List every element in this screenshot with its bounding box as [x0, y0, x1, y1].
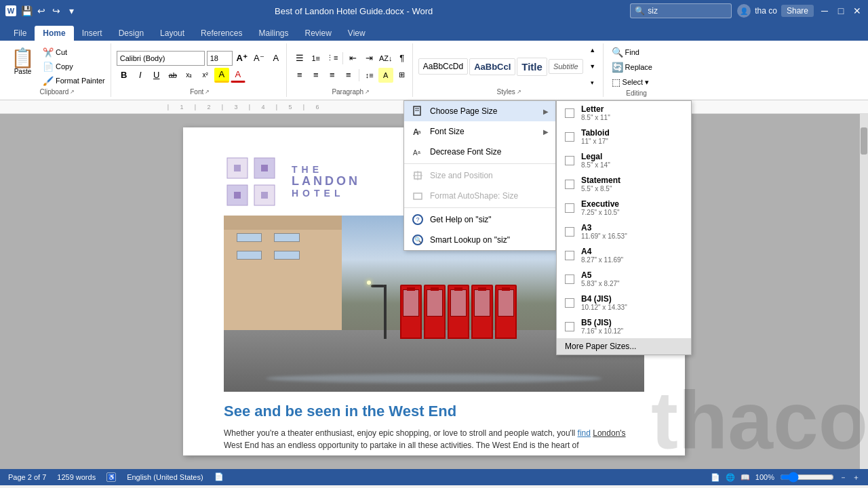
accessibility-icon[interactable]: ♿	[106, 472, 116, 482]
style-heading1[interactable]: AaBbCcI	[469, 58, 515, 75]
tab-mailings[interactable]: Mailings	[250, 26, 296, 41]
tab-review[interactable]: Review	[296, 26, 339, 41]
tab-references[interactable]: References	[193, 26, 250, 41]
strikethrough-button[interactable]: ab	[165, 68, 180, 83]
font-size-select[interactable]	[207, 51, 233, 66]
minimize-button[interactable]: ─	[819, 5, 830, 16]
page-size-a4[interactable]: A4 8.27" x 11.69"	[557, 243, 691, 267]
cut-button[interactable]: ✂️ Cut	[40, 46, 108, 59]
zoom-in-icon[interactable]: ＋	[852, 472, 860, 483]
highlight-button[interactable]: A	[214, 68, 229, 83]
align-left-button[interactable]: ≡	[292, 68, 307, 83]
redo-button[interactable]: ↪	[50, 5, 62, 17]
phone-box-4	[471, 285, 493, 339]
page-size-b5jis[interactable]: B5 (JIS) 7.16" x 10.12"	[557, 314, 691, 338]
page-size-tabloid[interactable]: Tabloid 11" x 17"	[557, 125, 691, 148]
sort-button[interactable]: AZ↓	[378, 51, 393, 66]
style-title[interactable]: Title	[517, 58, 547, 76]
borders-button[interactable]: ⊞	[395, 68, 410, 83]
menu-item-choose-page-size[interactable]: Choose Page Size ▶	[404, 101, 555, 121]
page-size-a3[interactable]: A3 11.69" x 16.53"	[557, 220, 691, 243]
page-sizes-menu: Letter 8.5" x 11" Tabloid 11" x 17" Lega…	[556, 100, 692, 355]
copy-button[interactable]: 📄 Copy	[40, 60, 108, 73]
tab-design[interactable]: Design	[111, 26, 152, 41]
increase-indent-button[interactable]: ⇥	[362, 51, 377, 66]
page-size-a5[interactable]: A5 5.83" x 8.27"	[557, 267, 691, 291]
menu-item-smart-lookup[interactable]: 🔍 Smart Lookup on "siz"	[404, 230, 555, 250]
menu-item-decrease-font-size[interactable]: Aa Decrease Font Size	[404, 142, 555, 162]
a4-name: A4	[581, 247, 623, 256]
phone-box-5	[495, 285, 517, 339]
font-name-select[interactable]	[117, 51, 205, 66]
more-paper-sizes-button[interactable]: More Paper Sizes...	[557, 338, 691, 354]
page-size-letter[interactable]: Letter 8.5" x 11"	[557, 101, 691, 125]
grow-font-button[interactable]: A⁺	[235, 51, 250, 66]
line-spacing-button[interactable]: ↕≡	[362, 68, 377, 83]
subscript-button[interactable]: x₂	[182, 68, 197, 83]
find-button[interactable]: 🔍 Find	[609, 46, 665, 58]
show-marks-button[interactable]: ¶	[395, 51, 410, 66]
replace-button[interactable]: 🔄 Replace	[609, 61, 665, 73]
close-button[interactable]: ✕	[852, 5, 863, 16]
style-subtitle[interactable]: Subtitle	[549, 59, 583, 74]
shrink-font-button[interactable]: A⁻	[252, 51, 267, 66]
title-bar-left: W 💾 ↩ ↪ ▾	[5, 5, 77, 17]
clipboard-group: 📋 Paste ✂️ Cut 📄 Copy 🖌️ Format Painter	[4, 43, 111, 97]
search-box[interactable]: 🔍 siz	[630, 3, 732, 18]
select-button[interactable]: ⬚ Select ▾	[609, 76, 665, 88]
format-painter-button[interactable]: 🖌️ Format Painter	[40, 75, 108, 87]
quick-access-toolbar: 💾 ↩ ↪ ▾	[20, 5, 77, 17]
page-size-legal[interactable]: Legal 8.5" x 14"	[557, 148, 691, 172]
multilevel-button[interactable]: ⋮≡	[325, 51, 340, 66]
undo-button[interactable]: ↩	[35, 5, 47, 17]
tab-layout[interactable]: Layout	[152, 26, 193, 41]
menu-item-get-help[interactable]: ? Get Help on "siz"	[404, 209, 555, 230]
restore-button[interactable]: □	[835, 5, 846, 16]
view-web-icon[interactable]: 🌐	[726, 473, 735, 482]
a5-checkbox	[565, 274, 574, 284]
find-link[interactable]: find	[578, 428, 591, 438]
tab-view[interactable]: View	[340, 26, 374, 41]
align-right-button[interactable]: ≡	[325, 68, 340, 83]
clear-format-button[interactable]: A	[269, 51, 283, 66]
tab-file[interactable]: File	[5, 26, 35, 41]
menu-item-font-size[interactable]: Aa Font Size ▶	[404, 121, 555, 142]
shading-button[interactable]: A	[378, 68, 393, 83]
bullets-button[interactable]: ☰	[292, 51, 307, 66]
styles-scroll-down[interactable]: ▼	[585, 59, 600, 74]
styles-expand-icon[interactable]: ↗	[517, 89, 521, 95]
font-expand-icon[interactable]: ↗	[205, 89, 210, 95]
paragraph-expand-icon[interactable]: ↗	[365, 89, 370, 95]
underline-button[interactable]: U	[149, 68, 164, 83]
autoshape-icon	[411, 189, 425, 203]
italic-button[interactable]: I	[133, 68, 148, 83]
styles-scroll-up[interactable]: ▲	[585, 43, 600, 58]
bold-button[interactable]: B	[117, 68, 132, 83]
save-button[interactable]: 💾	[20, 5, 33, 17]
vertical-scrollbar[interactable]	[860, 114, 868, 469]
page-size-b4jis[interactable]: B4 (JIS) 10.12" x 14.33"	[557, 291, 691, 314]
view-normal-icon[interactable]: 📄	[711, 473, 720, 482]
share-button[interactable]: Share	[781, 5, 814, 17]
zoom-out-icon[interactable]: －	[840, 472, 847, 483]
zoom-slider[interactable]	[780, 473, 834, 481]
paste-button[interactable]: 📋 Paste	[7, 46, 39, 87]
font-color-button[interactable]: A	[231, 68, 245, 83]
styles-group-content: AaBbCcDd AaBbCcI Title Subtitle ▲ ▼ ▾	[418, 46, 600, 87]
smart-lookup-icon: 🔍	[411, 233, 425, 247]
align-center-button[interactable]: ≡	[309, 68, 323, 83]
menu-label-decrease-font-size: Decrease Font Size	[430, 147, 501, 157]
view-read-icon[interactable]: 📖	[741, 473, 750, 482]
decrease-indent-button[interactable]: ⇤	[346, 51, 361, 66]
page-size-statement[interactable]: Statement 5.5" x 8.5"	[557, 172, 691, 196]
justify-button[interactable]: ≡	[341, 68, 356, 83]
style-normal[interactable]: AaBbCcDd	[418, 58, 468, 75]
b5jis-dim: 7.16" x 10.12"	[581, 327, 623, 335]
tab-insert[interactable]: Insert	[74, 26, 111, 41]
numbering-button[interactable]: 1≡	[309, 51, 323, 66]
clipboard-expand-icon[interactable]: ↗	[70, 89, 75, 95]
qa-dropdown-button[interactable]: ▾	[65, 5, 77, 17]
page-size-executive[interactable]: Executive 7.25" x 10.5"	[557, 196, 691, 220]
tab-home[interactable]: Home	[35, 26, 73, 41]
superscript-button[interactable]: x²	[198, 68, 213, 83]
